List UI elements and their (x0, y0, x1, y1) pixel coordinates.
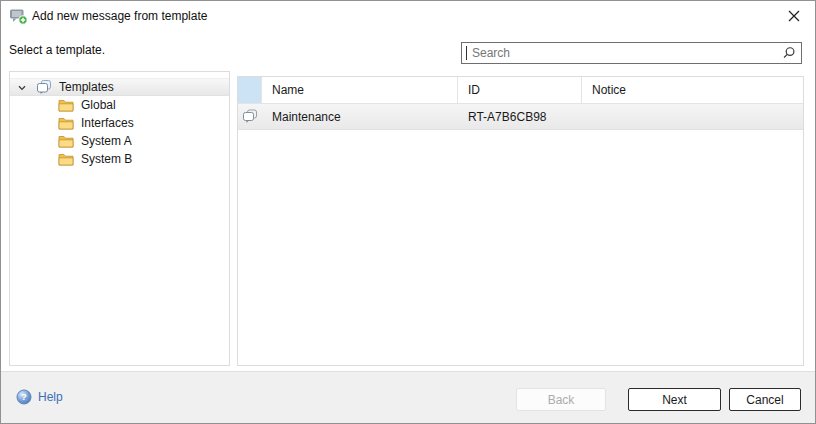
tree-item-global[interactable]: Global (10, 96, 229, 114)
cell-notice (582, 104, 803, 129)
help-icon: ? (16, 389, 32, 405)
cell-id: RT-A7B6CB98 (458, 104, 582, 129)
tree-item-label: System B (81, 152, 132, 166)
template-table: Name ID Notice Maintenance RT-A7B6CB98 (237, 76, 804, 366)
template-tree: Templates Global Interfaces (9, 71, 230, 366)
tree-item-system-a[interactable]: System A (10, 132, 229, 150)
search-box (461, 42, 802, 64)
tree-item-label: Interfaces (81, 116, 134, 130)
selection-column-header[interactable] (238, 77, 262, 103)
tree-item-label: Templates (59, 80, 114, 94)
folder-icon (58, 153, 74, 166)
close-button[interactable] (782, 5, 806, 29)
select-template-label: Select a template. (9, 43, 105, 57)
back-button[interactable]: Back (516, 388, 606, 411)
tree-item-label: Global (81, 98, 116, 112)
dialog-title: Add new message from template (32, 1, 207, 31)
svg-text:?: ? (21, 391, 27, 402)
next-button[interactable]: Next (628, 388, 721, 411)
help-link[interactable]: ? Help (16, 389, 63, 405)
cell-name: Maintenance (262, 104, 458, 129)
help-label: Help (38, 390, 63, 404)
column-header-notice[interactable]: Notice (582, 77, 803, 103)
add-message-icon (9, 8, 28, 25)
table-row[interactable]: Maintenance RT-A7B6CB98 (238, 104, 803, 130)
search-input[interactable] (462, 43, 801, 63)
template-file-icon (242, 109, 258, 124)
close-icon (787, 9, 801, 26)
search-icon[interactable] (782, 46, 796, 60)
tree-item-system-b[interactable]: System B (10, 150, 229, 168)
cancel-button[interactable]: Cancel (729, 388, 801, 411)
folder-icon (58, 117, 74, 130)
tree-item-templates[interactable]: Templates (10, 78, 229, 96)
templates-icon (36, 79, 52, 95)
add-message-dialog: Add new message from template Select a t… (0, 0, 816, 424)
tree-item-interfaces[interactable]: Interfaces (10, 114, 229, 132)
table-header: Name ID Notice (238, 77, 803, 104)
titlebar: Add new message from template (1, 1, 815, 31)
column-header-name[interactable]: Name (262, 77, 458, 103)
row-icon-cell (238, 104, 262, 129)
chevron-down-icon[interactable] (17, 82, 27, 92)
column-header-id[interactable]: ID (458, 77, 582, 103)
tree-item-label: System A (81, 134, 132, 148)
folder-icon (58, 135, 74, 148)
text-caret (466, 46, 467, 60)
folder-icon (58, 99, 74, 112)
footer-bar: ? Help Back Next Cancel (1, 371, 815, 423)
